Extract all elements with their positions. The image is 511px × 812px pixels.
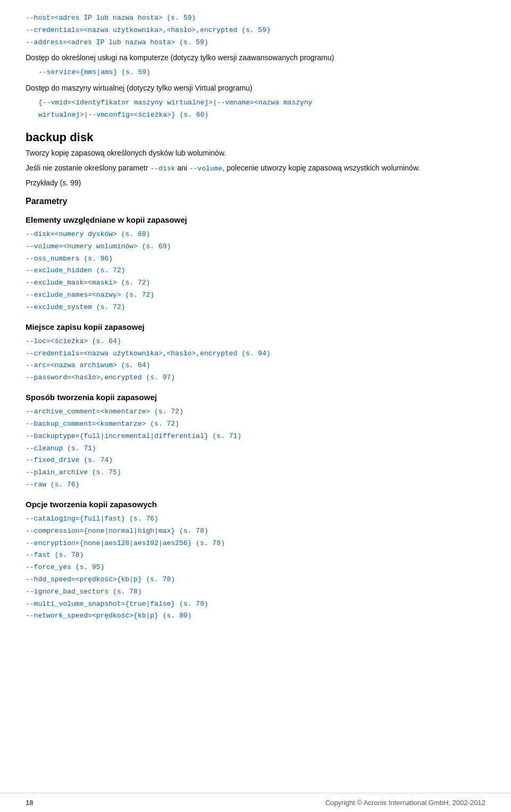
code-line-service: --service={mms|ams} (s. 59) xyxy=(38,67,485,78)
sposob-params-block: --archive_comment=<komentarze> (s. 72) -… xyxy=(26,407,485,491)
opcje-params-block: --cataloging={full|fast} (s. 76) --compr… xyxy=(26,514,485,622)
mparam-credentials: --credentials=<nazwa użytkownika>,<hasło… xyxy=(26,348,485,360)
para-service-intro: Dostęp do określonej usługi na komputerz… xyxy=(26,52,485,64)
oparam-network-speed: --network_speed=<prędkość>{kb|p} (s. 80) xyxy=(26,611,485,622)
para-virtual-intro: Dostęp do maszyny wirtualnej (dotyczy ty… xyxy=(26,83,485,94)
oparam-hdd-speed: --hdd_speed=<prędkość>{kb|p} (s. 78) xyxy=(26,574,485,586)
oparam-multi-volume: --multi_volume_snapshot={true|false} (s.… xyxy=(26,599,485,610)
sparam-archive-comment: --archive_comment=<komentarze> (s. 72) xyxy=(26,407,485,418)
elementy-heading: Elementy uwzględniane w kopii zapasowej xyxy=(26,214,485,226)
sposob-heading: Sposób tworzenia kopii zapasowej xyxy=(26,391,485,403)
param-disk: --disk=<numery dysków> (s. 68) xyxy=(26,229,485,240)
param-exclude-names: --exclude_names=<nazwy> (s. 72) xyxy=(26,290,485,301)
param-oss-numbers: --oss_numbers (s. 96) xyxy=(26,254,485,265)
sparam-raw: --raw (s. 76) xyxy=(26,480,485,491)
oparam-force-yes: --force_yes (s. 95) xyxy=(26,562,485,573)
oparam-cataloging: --cataloging={full|fast} (s. 76) xyxy=(26,514,485,525)
opcje-heading: Opcje tworzenia kopii zapasowych xyxy=(26,498,485,510)
section-desc2-code1: --disk xyxy=(150,165,175,173)
section-desc2: Jeśli nie zostanie określony parametr --… xyxy=(26,163,485,174)
oparam-fast: --fast (s. 78) xyxy=(26,550,485,561)
oparam-encryption: --encryption={none|aes128|aes192|aes256}… xyxy=(26,538,485,549)
sparam-plain-archive: --plain_archive (s. 75) xyxy=(26,467,485,478)
footer-copyright: Copyright © Acronis International GmbH, … xyxy=(325,799,485,807)
section-desc1: Tworzy kopię zapasową określonych dysków… xyxy=(26,148,485,159)
code-line-vmid-b: wirtualnej>|--vmconfig=<ścieżka>} (s. 60… xyxy=(38,110,485,121)
param-exclude-mask: --exclude_mask=<maski> (s. 72) xyxy=(26,278,485,289)
page-footer: 18 Copyright © Acronis International Gmb… xyxy=(0,793,511,812)
elementy-params-block: --disk=<numery dysków> (s. 68) --volume=… xyxy=(26,229,485,313)
mparam-password: --password=<hasło>,encrypted (s. 97) xyxy=(26,372,485,384)
sparam-fixed-drive: --fixed_drive (s. 74) xyxy=(26,455,485,466)
przyklady-ref: Przykłady (s. 99) xyxy=(26,177,485,189)
param-exclude-hidden: --exclude_hidden (s. 72) xyxy=(26,265,485,277)
section-desc2-pre: Jeśli nie zostanie określony parametr xyxy=(26,164,150,172)
param-exclude-system: --exclude_system (s. 72) xyxy=(26,302,485,313)
sparam-backuptype: --backuptype={full|incremental|different… xyxy=(26,431,485,442)
code-line-address: --address=<adres IP lub nazwa hosta> (s.… xyxy=(26,37,485,48)
miejsce-heading: Miejsce zapisu kopii zapasowej xyxy=(26,321,485,333)
mparam-loc: --loc=<ścieżka> (s. 64) xyxy=(26,336,485,347)
sparam-cleanup: --cleanup (s. 71) xyxy=(26,443,485,454)
section-desc2-mid: ani xyxy=(175,164,189,172)
code-line-host: --host=<adres IP lub nazwa hosta> (s. 59… xyxy=(26,13,485,24)
section-desc2-code2: --volume xyxy=(189,165,222,173)
section-heading-backup-disk: backup disk xyxy=(26,131,485,144)
oparam-ignore-bad-sectors: --ignore_bad_sectors (s. 78) xyxy=(26,587,485,598)
parametry-heading: Parametry xyxy=(26,197,485,206)
sparam-backup-comment: --backup_comment=<komentarze> (s. 72) xyxy=(26,419,485,430)
section-desc2-post: , polecenie utworzy kopię zapasową wszys… xyxy=(222,164,420,172)
mparam-arc: --arc=<nazwa archiwum> (s. 64) xyxy=(26,360,485,371)
oparam-compression: --compression={none|normal|high|max} (s.… xyxy=(26,526,485,537)
code-line-credentials: --credentials=<nazwa użytkownika>,<hasło… xyxy=(26,25,485,36)
param-volume: --volume=<numery woluminów> (s. 69) xyxy=(26,241,485,253)
miejsce-params-block: --loc=<ścieżka> (s. 64) --credentials=<n… xyxy=(26,336,485,384)
page-number: 18 xyxy=(26,799,33,807)
code-line-vmid-a: {--vmid=<identyfikator maszyny wirtualne… xyxy=(38,98,485,109)
